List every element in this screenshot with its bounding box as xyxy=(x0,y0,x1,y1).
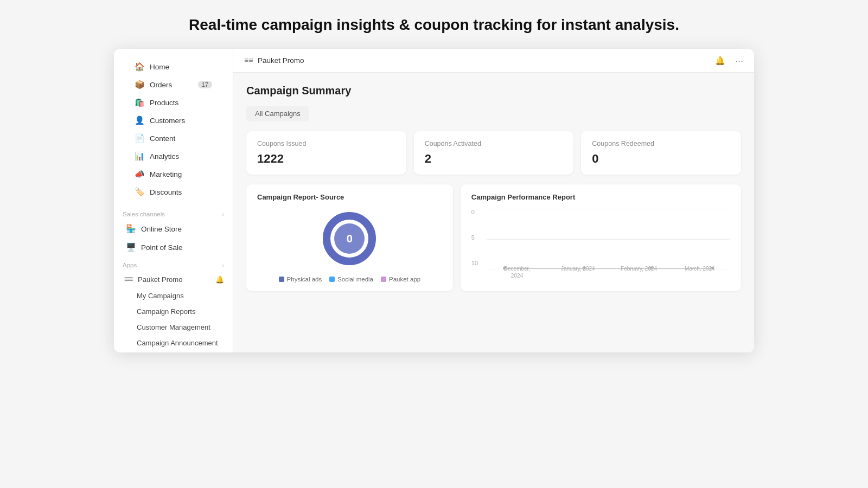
sidebar-label-analytics: Analytics xyxy=(150,152,179,160)
sales-channels-section: Sales channels › xyxy=(114,206,233,220)
pauket-promo-bell-icon[interactable]: 🔔 xyxy=(215,275,224,284)
page-headline: Real-time campaign insights & coupon tra… xyxy=(189,16,679,34)
sidebar-label-pos: Point of Sale xyxy=(141,243,183,252)
donut-legend: Physical ads Social media Pauket app xyxy=(279,276,421,282)
sidebar-item-content[interactable]: 📄 Content xyxy=(126,130,221,147)
sidebar-item-pauket-promo[interactable]: ≡≡ Pauket Promo 🔔 xyxy=(114,271,233,288)
x-label-mar: March, 2024 xyxy=(669,265,730,279)
sidebar-label-products: Products xyxy=(150,99,178,107)
products-icon: 🛍️ xyxy=(135,98,144,107)
pauket-promo-logo: ≡≡ xyxy=(123,274,133,285)
sidebar-label-customers: Customers xyxy=(150,117,185,125)
sidebar-item-home[interactable]: 🏠 Home xyxy=(126,58,221,75)
performance-chart-title: Campaign Performance Report xyxy=(471,193,730,201)
main-content: ≡≡ Pauket Promo 🔔 ⋯ Campaign Summary All… xyxy=(233,49,754,352)
legend-label-pauket: Pauket app xyxy=(389,276,420,282)
sidebar-item-marketing[interactable]: 📣 Marketing xyxy=(126,165,221,183)
sidebar-label-content: Content xyxy=(150,134,175,143)
apps-section: Apps › xyxy=(114,256,233,271)
topbar-logo-icon: ≡≡ xyxy=(244,56,254,66)
legend-social-media: Social media xyxy=(329,276,373,282)
page-title: Campaign Summary xyxy=(246,85,741,97)
stat-label-activated: Coupons Activated xyxy=(425,140,563,147)
sidebar-sub-campaign-reports[interactable]: Campaign Reports xyxy=(117,304,229,319)
discounts-icon: 🏷️ xyxy=(135,187,144,197)
donut-area: 0 Physical ads Social media xyxy=(257,209,442,282)
sidebar-item-online-store[interactable]: 🏪 Online Store xyxy=(117,220,229,237)
sidebar-item-discounts[interactable]: 🏷️ Discounts xyxy=(126,183,221,201)
y-label-5: 5 xyxy=(471,234,478,241)
sidebar-label-discounts: Discounts xyxy=(150,188,182,196)
filter-bar: All Campaigns xyxy=(246,106,741,121)
x-label-jan: January, 2024 xyxy=(547,265,608,279)
content-icon: 📄 xyxy=(135,133,144,143)
donut-center-value: 0 xyxy=(347,233,353,245)
y-axis-labels: 10 5 0 xyxy=(471,209,478,266)
sidebar-label-marketing: Marketing xyxy=(150,170,182,178)
stat-label-redeemed: Coupons Redeemed xyxy=(592,140,730,147)
stat-cards: Coupons Issued 1222 Coupons Activated 2 … xyxy=(246,131,741,175)
orders-badge: 17 xyxy=(198,81,212,88)
topbar: ≡≡ Pauket Promo 🔔 ⋯ xyxy=(233,49,754,73)
legend-label-social: Social media xyxy=(337,276,373,282)
analytics-icon: 📊 xyxy=(135,151,144,161)
sidebar-sub-my-campaigns[interactable]: My Campaigns xyxy=(117,288,229,303)
source-chart-card: Campaign Report- Source 0 xyxy=(246,184,453,291)
marketing-icon: 📣 xyxy=(135,169,144,179)
x-label-feb: February, 2024 xyxy=(608,265,669,279)
x-axis-labels: December,2024 January, 2024 February, 20… xyxy=(487,265,730,279)
line-chart-area: 10 5 0 xyxy=(471,209,730,279)
sidebar: 🏠 Home 📦 Orders 17 🛍️ Products 👤 Custome… xyxy=(114,49,233,352)
sidebar-item-products[interactable]: 🛍️ Products xyxy=(126,94,221,111)
orders-icon: 📦 xyxy=(135,80,144,89)
stat-value-redeemed: 0 xyxy=(592,152,730,166)
y-label-0: 0 xyxy=(471,209,478,215)
topbar-bell-icon[interactable]: 🔔 xyxy=(715,56,725,66)
stat-card-redeemed: Coupons Redeemed 0 xyxy=(581,131,741,175)
home-icon: 🏠 xyxy=(135,62,144,72)
sidebar-sub-campaign-announcement[interactable]: Campaign Announcement ... xyxy=(117,336,229,352)
legend-pauket-app: Pauket app xyxy=(381,276,420,282)
stat-value-issued: 1222 xyxy=(257,152,395,166)
expand-icon: › xyxy=(222,211,224,217)
y-label-10: 10 xyxy=(471,260,478,266)
sidebar-label-home: Home xyxy=(150,63,169,71)
source-chart-title: Campaign Report- Source xyxy=(257,193,442,201)
sidebar-item-point-of-sale[interactable]: 🖥️ Point of Sale xyxy=(117,239,229,256)
stat-value-activated: 2 xyxy=(425,152,563,166)
legend-dot-physical xyxy=(279,277,284,282)
pauket-promo-label: Pauket Promo xyxy=(138,275,182,284)
topbar-logo: ≡≡ Pauket Promo xyxy=(244,56,304,66)
sidebar-item-orders[interactable]: 📦 Orders 17 xyxy=(126,76,221,93)
topbar-title: Pauket Promo xyxy=(258,56,304,65)
content-area: Campaign Summary All Campaigns Coupons I… xyxy=(233,73,754,352)
sidebar-label-online-store: Online Store xyxy=(141,225,182,233)
online-store-icon: 🏪 xyxy=(126,224,136,234)
x-label-dec: December,2024 xyxy=(487,265,547,279)
stat-label-issued: Coupons Issued xyxy=(257,140,395,147)
legend-label-physical: Physical ads xyxy=(287,276,322,282)
pos-icon: 🖥️ xyxy=(126,242,136,252)
donut-svg-wrap: 0 xyxy=(320,209,379,268)
legend-dot-social xyxy=(329,277,335,282)
line-chart-svg xyxy=(487,209,730,269)
sidebar-item-customers[interactable]: 👤 Customers xyxy=(126,112,221,129)
apps-expand-icon: › xyxy=(222,262,224,268)
legend-physical-ads: Physical ads xyxy=(279,276,322,282)
performance-chart-card: Campaign Performance Report 10 5 0 xyxy=(461,184,741,291)
app-window: 🏠 Home 📦 Orders 17 🛍️ Products 👤 Custome… xyxy=(114,49,754,352)
sidebar-label-orders: Orders xyxy=(150,81,172,89)
legend-dot-pauket xyxy=(381,277,386,282)
charts-row: Campaign Report- Source 0 xyxy=(246,184,741,291)
topbar-more-icon[interactable]: ⋯ xyxy=(735,56,743,66)
stat-card-activated: Coupons Activated 2 xyxy=(414,131,574,175)
sidebar-sub-customer-management[interactable]: Customer Management xyxy=(117,320,229,335)
stat-card-issued: Coupons Issued 1222 xyxy=(246,131,406,175)
customers-icon: 👤 xyxy=(135,115,144,125)
sidebar-item-analytics[interactable]: 📊 Analytics xyxy=(126,147,221,165)
all-campaigns-filter[interactable]: All Campaigns xyxy=(246,106,309,121)
